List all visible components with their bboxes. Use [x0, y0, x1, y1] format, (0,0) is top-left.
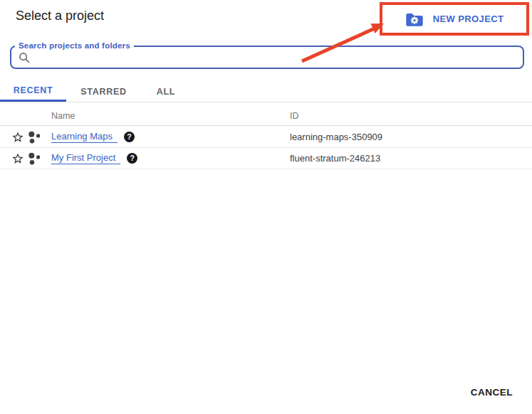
tab-starred[interactable]: STARRED [66, 81, 141, 102]
tab-bar: RECENT STARRED ALL [0, 81, 532, 102]
tab-all[interactable]: ALL [141, 81, 191, 102]
table-row[interactable]: Learning Maps ? learning-maps-350909 [0, 127, 532, 148]
project-link[interactable]: My First Project [51, 152, 120, 164]
search-input[interactable] [35, 51, 516, 64]
star-toggle-icon[interactable] [11, 152, 24, 165]
column-header-name: Name [51, 107, 75, 126]
star-toggle-icon[interactable] [11, 131, 24, 144]
search-field-label: Search projects and folders [15, 41, 134, 50]
new-project-label: NEW PROJECT [433, 14, 504, 24]
project-id: fluent-stratum-246213 [290, 148, 380, 169]
table-header: Name ID [0, 107, 532, 126]
new-project-folder-gear-icon [405, 11, 424, 27]
table-row[interactable]: My First Project ? fluent-stratum-246213 [0, 148, 532, 169]
project-dots-icon [27, 152, 41, 166]
annotation-highlight-box: NEW PROJECT [380, 2, 529, 36]
column-header-id: ID [290, 107, 299, 126]
page-title: Select a project [16, 9, 104, 23]
project-id: learning-maps-350909 [290, 127, 382, 147]
search-icon [18, 51, 31, 64]
help-icon[interactable]: ? [127, 153, 137, 164]
tab-recent[interactable]: RECENT [0, 81, 66, 102]
help-icon[interactable]: ? [124, 132, 135, 142]
project-link[interactable]: Learning Maps [51, 131, 118, 143]
new-project-button[interactable]: NEW PROJECT [401, 9, 508, 29]
cancel-button[interactable]: CANCEL [466, 386, 517, 398]
project-dots-icon [27, 130, 41, 144]
